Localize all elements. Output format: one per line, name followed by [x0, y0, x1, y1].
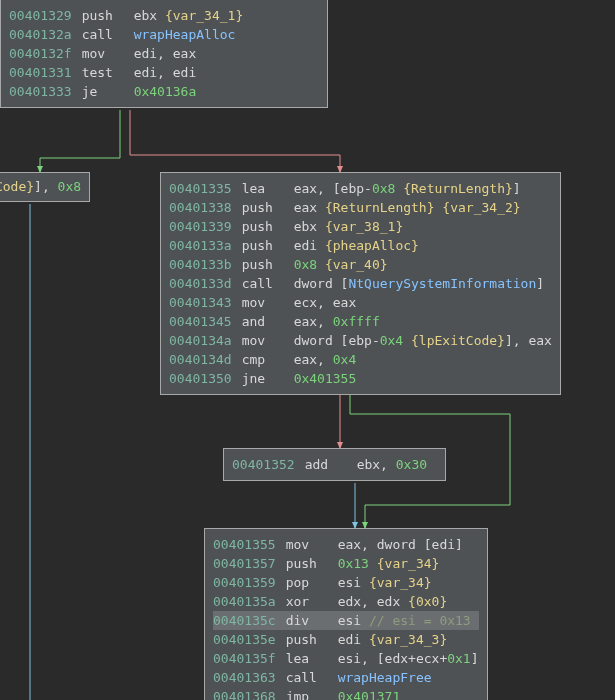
addr: 00401338: [169, 198, 242, 217]
mnemonic: push: [242, 255, 294, 274]
operands: ecx, eax: [294, 293, 357, 312]
addr: 00401345: [169, 312, 242, 331]
addr: 0040134d: [169, 350, 242, 369]
operands: 0x13 {var_34}: [338, 554, 440, 573]
mnemonic: call: [82, 25, 134, 44]
mnemonic: push: [82, 6, 134, 25]
mnemonic: mov: [242, 293, 294, 312]
addr: 00401343: [169, 293, 242, 312]
mnemonic: push: [242, 217, 294, 236]
operands: 0x40136a: [134, 82, 197, 101]
operands: esi {var_34}: [338, 573, 432, 592]
asm-row[interactable]: 00401355moveax, dword [edi]: [213, 535, 479, 554]
operands: eax, 0xffff: [294, 312, 380, 331]
asm-row[interactable]: 00401331testedi, edi: [9, 63, 319, 82]
addr: 00401329: [9, 6, 82, 25]
mnemonic: test: [82, 63, 134, 82]
asm-row[interactable]: 00401352addebx, 0x30: [232, 455, 437, 474]
mnemonic: push: [286, 554, 338, 573]
mnemonic: and: [242, 312, 294, 331]
addr: 0040134a: [169, 331, 242, 350]
asm-row[interactable]: 0040135fleaesi, [edx+ecx+0x1]: [213, 649, 479, 668]
operands: lpExitCode}], 0x8: [0, 177, 81, 196]
mnemonic: mov: [242, 331, 294, 350]
mnemonic: add: [305, 455, 357, 474]
mnemonic: push: [242, 198, 294, 217]
asm-row[interactable]: lpExitCode}], 0x8: [0, 177, 81, 196]
addr: 0040135a: [213, 592, 286, 611]
asm-row[interactable]: 0040133apushedi {pheapAlloc}: [169, 236, 552, 255]
asm-row[interactable]: 00401339pushebx {var_38_1}: [169, 217, 552, 236]
asm-row[interactable]: 0040132acallwrapHeapAlloc: [9, 25, 319, 44]
asm-row[interactable]: 00401333je0x40136a: [9, 82, 319, 101]
asm-row[interactable]: 00401359popesi {var_34}: [213, 573, 479, 592]
operands: dword [NtQuerySystemInformation]: [294, 274, 544, 293]
asm-row[interactable]: 00401368jmp0x401371: [213, 687, 479, 700]
asm-row[interactable]: 0040132fmovedi, eax: [9, 44, 319, 63]
asm-row[interactable]: 0040133dcalldword [NtQuerySystemInformat…: [169, 274, 552, 293]
mnemonic: call: [286, 668, 338, 687]
basic-block-4[interactable]: 00401352addebx, 0x30: [223, 448, 446, 481]
addr: 0040133b: [169, 255, 242, 274]
operands: ebx, 0x30: [357, 455, 427, 474]
addr: 00401333: [9, 82, 82, 101]
addr: 00401359: [213, 573, 286, 592]
asm-row[interactable]: 00401335leaeax, [ebp-0x8 {ReturnLength}]: [169, 179, 552, 198]
basic-block-5[interactable]: 00401355moveax, dword [edi]00401357push0…: [204, 528, 488, 700]
basic-block-partial-left[interactable]: lpExitCode}], 0x8: [0, 172, 90, 202]
mnemonic: push: [242, 236, 294, 255]
operands: dword [ebp-0x4 {lpExitCode}], eax: [294, 331, 552, 350]
operands: esi, [edx+ecx+0x1]: [338, 649, 479, 668]
addr: 0040133a: [169, 236, 242, 255]
addr: 00401339: [169, 217, 242, 236]
mnemonic: jne: [242, 369, 294, 388]
operands: edi, eax: [134, 44, 197, 63]
operands: eax, 0x4: [294, 350, 357, 369]
mnemonic: mov: [286, 535, 338, 554]
asm-row[interactable]: 00401338pusheax {ReturnLength} {var_34_2…: [169, 198, 552, 217]
mnemonic: mov: [82, 44, 134, 63]
addr: 00401368: [213, 687, 286, 700]
operands: 0x401355: [294, 369, 357, 388]
operands: edx, edx {0x0}: [338, 592, 448, 611]
asm-row[interactable]: 0040135cdivesi // esi = 0x13: [213, 611, 479, 630]
basic-block-3[interactable]: 00401335leaeax, [ebp-0x8 {ReturnLength}]…: [160, 172, 561, 395]
asm-row[interactable]: 00401357push0x13 {var_34}: [213, 554, 479, 573]
operands: 0x401371: [338, 687, 401, 700]
mnemonic: je: [82, 82, 134, 101]
addr: 00401350: [169, 369, 242, 388]
addr: 00401355: [213, 535, 286, 554]
mnemonic: div: [286, 611, 338, 630]
asm-row[interactable]: 0040135axoredx, edx {0x0}: [213, 592, 479, 611]
addr: 0040133d: [169, 274, 242, 293]
mnemonic: pop: [286, 573, 338, 592]
asm-row[interactable]: 00401363callwrapHeapFree: [213, 668, 479, 687]
asm-row[interactable]: 00401343movecx, eax: [169, 293, 552, 312]
mnemonic: lea: [286, 649, 338, 668]
operands: edi, edi: [134, 63, 197, 82]
asm-row[interactable]: 0040135epushedi {var_34_3}: [213, 630, 479, 649]
addr: 00401352: [232, 455, 305, 474]
basic-block-1[interactable]: 00401329pushebx {var_34_1}0040132acallwr…: [0, 0, 328, 108]
addr: 0040135e: [213, 630, 286, 649]
asm-row[interactable]: 0040134dcmpeax, 0x4: [169, 350, 552, 369]
asm-row[interactable]: 0040134amovdword [ebp-0x4 {lpExitCode}],…: [169, 331, 552, 350]
asm-row[interactable]: 0040133bpush0x8 {var_40}: [169, 255, 552, 274]
operands: esi // esi = 0x13: [338, 611, 471, 630]
operands: ebx {var_34_1}: [134, 6, 244, 25]
addr: 00401363: [213, 668, 286, 687]
asm-row[interactable]: 00401345andeax, 0xffff: [169, 312, 552, 331]
mnemonic: call: [242, 274, 294, 293]
mnemonic: lea: [242, 179, 294, 198]
addr: 0040135c: [213, 611, 286, 630]
operands: eax, dword [edi]: [338, 535, 463, 554]
operands: eax, [ebp-0x8 {ReturnLength}]: [294, 179, 521, 198]
asm-row[interactable]: 00401329pushebx {var_34_1}: [9, 6, 319, 25]
mnemonic: xor: [286, 592, 338, 611]
operands: 0x8 {var_40}: [294, 255, 388, 274]
addr: 0040132f: [9, 44, 82, 63]
operands: edi {pheapAlloc}: [294, 236, 419, 255]
mnemonic: jmp: [286, 687, 338, 700]
operands: wrapHeapAlloc: [134, 25, 236, 44]
asm-row[interactable]: 00401350jne0x401355: [169, 369, 552, 388]
